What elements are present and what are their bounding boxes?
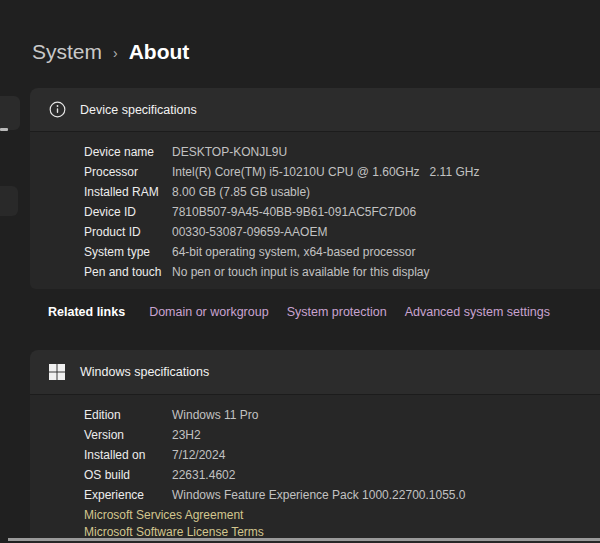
device-specifications-body: Device name DESKTOP-KONJL9U Processor In… — [30, 132, 600, 289]
link-domain-or-workgroup[interactable]: Domain or workgroup — [149, 305, 269, 319]
windows-specifications-body: Edition Windows 11 Pro Version 23H2 Inst… — [30, 395, 600, 543]
sidebar-selection-indicator — [0, 128, 8, 131]
spec-value: DESKTOP-KONJL9U — [172, 145, 287, 159]
page-title: About — [129, 40, 190, 64]
spec-label: Device ID — [84, 205, 172, 219]
spec-value: 7/12/2024 — [172, 448, 225, 462]
spec-label: Installed RAM — [84, 185, 172, 199]
related-links-label: Related links — [48, 305, 125, 319]
device-specifications-title: Device specifications — [80, 103, 197, 117]
spec-value: Intel(R) Core(TM) i5-10210U CPU @ 1.60GH… — [172, 165, 479, 179]
windows-specifications-card: Windows specifications Edition Windows 1… — [30, 350, 600, 543]
spec-label: Pen and touch — [84, 265, 172, 279]
spec-value: 7810B507-9A45-40BB-9B61-091AC5FC7D06 — [172, 205, 416, 219]
sidebar-item-partial-2[interactable] — [0, 186, 18, 216]
device-specifications-header[interactable]: Device specifications — [30, 88, 600, 132]
spec-value: No pen or touch input is available for t… — [172, 265, 429, 279]
table-row: Installed RAM 8.00 GB (7.85 GB usable) — [84, 182, 600, 202]
table-row: System type 64-bit operating system, x64… — [84, 242, 600, 262]
spec-value: 64-bit operating system, x64-based proce… — [172, 245, 415, 259]
settings-about-page: System › About Device specifications Dev… — [0, 0, 600, 543]
spec-label: OS build — [84, 468, 172, 482]
table-row: Product ID 00330-53087-09659-AAOEM — [84, 222, 600, 242]
link-system-protection[interactable]: System protection — [287, 305, 387, 319]
spec-label: Version — [84, 428, 172, 442]
table-row: Edition Windows 11 Pro — [84, 405, 600, 425]
table-row: Version 23H2 — [84, 425, 600, 445]
spec-value: Windows 11 Pro — [172, 408, 258, 422]
table-row: Experience Windows Feature Experience Pa… — [84, 485, 600, 505]
spec-value: 00330-53087-09659-AAOEM — [172, 225, 327, 239]
spec-label: System type — [84, 245, 172, 259]
table-row: Device name DESKTOP-KONJL9U — [84, 142, 600, 162]
link-advanced-system-settings[interactable]: Advanced system settings — [405, 305, 550, 319]
spec-value: 23H2 — [172, 428, 201, 442]
bottom-divider — [8, 538, 600, 541]
table-row: Installed on 7/12/2024 — [84, 445, 600, 465]
spec-value: Windows Feature Experience Pack 1000.227… — [172, 488, 466, 502]
spec-label: Installed on — [84, 448, 172, 462]
spec-label: Device name — [84, 145, 172, 159]
windows-icon — [48, 363, 66, 381]
windows-specifications-header[interactable]: Windows specifications — [30, 350, 600, 395]
breadcrumb-system[interactable]: System — [32, 40, 102, 64]
table-row: Pen and touch No pen or touch input is a… — [84, 262, 600, 282]
spec-label: Experience — [84, 488, 172, 502]
info-icon — [48, 101, 66, 119]
spec-value: 22631.4602 — [172, 468, 235, 482]
table-row: Processor Intel(R) Core(TM) i5-10210U CP… — [84, 162, 600, 182]
windows-specifications-title: Windows specifications — [80, 365, 209, 379]
spec-value: 8.00 GB (7.85 GB usable) — [172, 185, 310, 199]
spec-label: Processor — [84, 165, 172, 179]
related-links-row: Related links Domain or workgroup System… — [48, 305, 568, 319]
link-microsoft-services-agreement[interactable]: Microsoft Services Agreement — [84, 507, 600, 524]
license-links: Microsoft Services Agreement Microsoft S… — [84, 507, 600, 541]
spec-label: Edition — [84, 408, 172, 422]
device-specifications-card: Device specifications Device name DESKTO… — [30, 88, 600, 289]
chevron-right-icon: › — [113, 43, 118, 61]
sidebar-item-partial-1[interactable] — [0, 96, 20, 130]
table-row: OS build 22631.4602 — [84, 465, 600, 485]
breadcrumb: System › About — [32, 40, 189, 64]
spec-label: Product ID — [84, 225, 172, 239]
table-row: Device ID 7810B507-9A45-40BB-9B61-091AC5… — [84, 202, 600, 222]
